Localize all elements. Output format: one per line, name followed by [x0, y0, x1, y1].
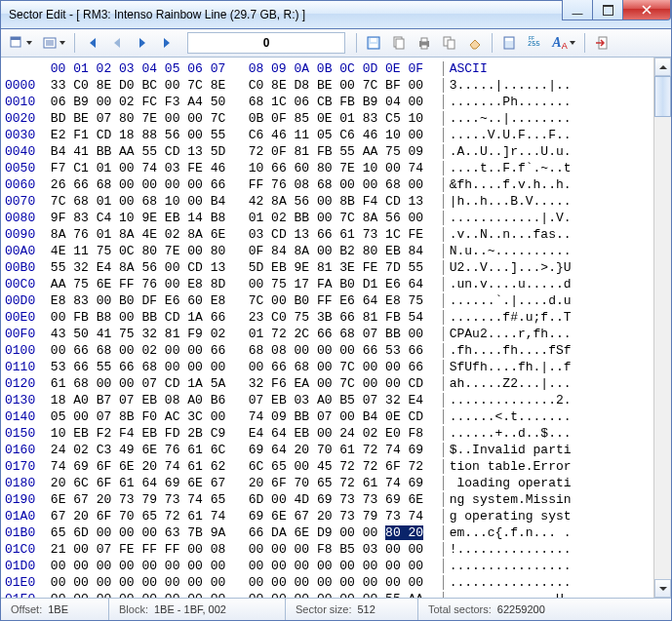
hex-bytes[interactable]: B4 41 BB AA 55 CD 13 5D [51, 144, 225, 159]
hex-bytes[interactable]: 33 C0 8E D0 BC 00 7C 8E [51, 78, 225, 93]
hex-bytes[interactable]: 00 00 00 00 00 00 00 00 [51, 575, 225, 590]
nav-prev-button[interactable] [105, 31, 129, 55]
sector-number-input[interactable] [188, 35, 344, 51]
encoding-button[interactable]: 255FF [523, 31, 546, 55]
hex-ascii[interactable]: ah.....Z2...|... [443, 376, 572, 391]
hex-bytes[interactable]: 55 32 E4 8A 56 00 CD 13 [51, 260, 225, 275]
titlebar[interactable]: Sector Edit - [ RM3: Intenso Rainbow Lin… [1, 1, 671, 29]
copy-sector-button[interactable] [438, 31, 461, 55]
hex-bytes[interactable]: 68 08 00 00 00 66 53 66 [249, 343, 423, 358]
hex-row[interactable]: 01E0 00 00 00 00 00 00 00 00 00 00 00 00… [5, 574, 667, 591]
hex-bytes[interactable]: 53 66 55 66 68 00 00 00 [51, 360, 225, 374]
hex-bytes[interactable]: 42 8A 56 00 8B F4 CD 13 [249, 194, 423, 209]
hex-ascii[interactable]: CPAu2....r,fh... [443, 327, 572, 341]
hex-bytes[interactable]: 67 20 6F 70 65 72 61 74 [51, 509, 225, 524]
hex-bytes[interactable]: 6E 67 20 73 79 73 74 65 [51, 492, 225, 507]
hex-row[interactable]: 0070 7C 68 01 00 68 10 00 B4 42 8A 56 00… [5, 193, 667, 210]
calculator-button[interactable] [497, 31, 521, 55]
hex-bytes[interactable]: 43 50 41 75 32 81 F9 02 [51, 327, 225, 341]
hex-view[interactable]: 00 01 02 03 04 05 06 07 08 09 0A 0B 0C 0… [1, 58, 671, 599]
hex-row[interactable]: 01D0 00 00 00 00 00 00 00 00 00 00 00 00… [5, 558, 667, 574]
hex-row[interactable]: 00B0 55 32 E4 8A 56 00 CD 13 5D EB 9E 81… [5, 259, 667, 276]
hex-bytes[interactable]: 05 00 07 8B F0 AC 3C 00 [51, 409, 225, 424]
hex-ascii[interactable]: .v..N..n...fas.. [443, 227, 572, 242]
hex-ascii[interactable]: g operating syst [443, 509, 572, 524]
hex-row[interactable]: 0050 F7 C1 01 00 74 03 FE 46 10 66 60 80… [5, 160, 667, 176]
nav-first-button[interactable] [80, 31, 103, 55]
hex-bytes[interactable]: 00 00 00 00 00 00 00 00 [51, 559, 225, 573]
close-button[interactable] [622, 0, 671, 20]
hex-row[interactable]: 00C0 AA 75 6E FF 76 00 E8 8D 00 75 17 FA… [5, 276, 667, 292]
hex-bytes[interactable]: 07 EB 03 A0 B5 07 32 E4 [249, 393, 423, 408]
hex-row[interactable]: 0030 E2 F1 CD 18 88 56 00 55 C6 46 11 05… [5, 127, 667, 143]
hex-ascii[interactable]: ................ [443, 559, 572, 573]
hex-bytes[interactable]: F7 C1 01 00 74 03 FE 46 [51, 161, 225, 175]
hex-bytes[interactable]: 21 00 07 FE FF FF 00 08 [51, 542, 225, 557]
save-button[interactable] [362, 31, 385, 55]
hex-row[interactable]: 0140 05 00 07 8B F0 AC 3C 00 74 09 BB 07… [5, 408, 667, 425]
hex-ascii[interactable]: 3.....|......|.. [443, 78, 572, 93]
hex-ascii[interactable]: |h..h...B.V..... [443, 194, 572, 209]
hex-bytes[interactable]: 4E 11 75 0C 80 7E 00 80 [51, 244, 225, 258]
maximize-button[interactable] [592, 0, 623, 20]
hex-bytes[interactable]: 32 F6 EA 00 7C 00 00 CD [249, 376, 423, 391]
hex-bytes[interactable]: 01 02 BB 00 7C 8A 56 00 [249, 211, 423, 225]
hex-bytes[interactable]: 20 6F 70 65 72 61 74 69 [249, 476, 423, 490]
hex-row[interactable]: 0150 10 EB F2 F4 EB FD 2B C9 E4 64 EB 00… [5, 425, 667, 442]
hex-row[interactable]: 01F0 00 00 00 00 00 00 00 00 00 00 00 00… [5, 591, 667, 599]
hex-ascii[interactable]: ....~..|........ [443, 111, 572, 126]
hex-bytes[interactable]: 26 66 68 00 00 00 00 66 [51, 177, 225, 192]
hex-ascii[interactable]: N.u..~.......... [443, 244, 572, 258]
hex-bytes[interactable]: 24 02 C3 49 6E 76 61 6C [51, 443, 225, 457]
hex-row[interactable]: 0160 24 02 C3 49 6E 76 61 6C 69 64 20 70… [5, 442, 667, 458]
hex-ascii[interactable]: U2..V...]...>.}U [443, 260, 572, 275]
print-button[interactable] [413, 31, 436, 55]
hex-bytes[interactable]: 00 75 17 FA B0 D1 E6 64 [249, 277, 423, 291]
hex-ascii[interactable]: $..Invalid parti [443, 443, 572, 457]
hex-bytes[interactable]: E8 83 00 B0 DF E6 60 E8 [51, 293, 225, 308]
hex-ascii[interactable]: &fh....f.v.h..h. [443, 177, 572, 192]
hex-row[interactable]: 0020 BD BE 07 80 7E 00 00 7C 0B 0F 85 0E… [5, 110, 667, 127]
hex-bytes[interactable]: 74 09 BB 07 00 B4 0E CD [249, 409, 423, 424]
hex-bytes[interactable]: 00 00 00 00 00 00 00 00 [249, 559, 423, 573]
hex-row[interactable]: 0060 26 66 68 00 00 00 00 66 FF 76 08 68… [5, 176, 667, 193]
hex-ascii[interactable]: loading operati [443, 476, 572, 490]
scroll-track[interactable] [654, 117, 671, 579]
hex-bytes[interactable]: 00 00 00 00 00 00 00 00 [249, 575, 423, 590]
hex-ascii[interactable]: .fh....fh....fSf [443, 343, 572, 358]
hex-ascii[interactable]: ......<.t....... [443, 409, 572, 424]
hex-ascii[interactable]: .un.v....u.....d [443, 277, 572, 291]
font-dropdown-button[interactable]: AA [548, 31, 579, 55]
hex-row[interactable]: 01B0 65 6D 00 00 00 63 7B 9A 66 DA 6E D9… [5, 524, 667, 541]
hex-ascii[interactable]: tion table.Error [443, 459, 572, 474]
hex-bytes[interactable]: 20 6C 6F 61 64 69 6E 67 [51, 476, 225, 490]
copy-button[interactable] [387, 31, 411, 55]
view-dropdown-button[interactable] [5, 31, 36, 55]
hex-bytes[interactable]: 00 00 00 00 00 00 00 00 [51, 592, 225, 599]
hex-bytes[interactable]: 9F 83 C4 10 9E EB 14 B8 [51, 211, 225, 225]
hex-row[interactable]: 01A0 67 20 6F 70 65 72 61 74 69 6E 67 20… [5, 508, 667, 524]
hex-ascii[interactable]: ..............U. [443, 592, 572, 599]
hex-ascii[interactable]: .A..U..]r...U.u. [443, 144, 572, 159]
exit-button[interactable] [590, 31, 613, 55]
hex-bytes[interactable]: 69 64 20 70 61 72 74 69 [249, 443, 423, 457]
hex-row[interactable]: 00A0 4E 11 75 0C 80 7E 00 80 0F 84 8A 00… [5, 243, 667, 259]
hex-row[interactable]: 0120 61 68 00 00 07 CD 1A 5A 32 F6 EA 00… [5, 375, 667, 392]
hex-bytes[interactable]: E2 F1 CD 18 88 56 00 55 [51, 128, 225, 142]
hex-row[interactable]: 0110 53 66 55 66 68 00 00 00 00 66 68 00… [5, 359, 667, 375]
hex-bytes[interactable]: 06 B9 00 02 FC F3 A4 50 [51, 95, 225, 109]
hex-bytes[interactable]: 72 0F 81 FB 55 AA 75 09 [249, 144, 423, 159]
scroll-thumb[interactable] [654, 76, 671, 117]
hex-bytes[interactable]: 00 00 00 F8 B5 03 00 00 [249, 542, 423, 557]
hex-ascii[interactable]: ............|.V. [443, 211, 572, 225]
nav-last-button[interactable] [156, 31, 179, 55]
hex-bytes[interactable]: 10 EB F2 F4 EB FD 2B C9 [51, 426, 225, 441]
hex-bytes[interactable]: 65 6D 00 00 00 63 7B 9A [51, 525, 225, 540]
scroll-down-button[interactable] [654, 579, 671, 598]
vertical-scrollbar[interactable] [653, 58, 671, 598]
hex-row[interactable]: 0000 33 C0 8E D0 BC 00 7C 8E C0 8E D8 BE… [5, 77, 667, 94]
hex-row[interactable]: 0100 00 66 68 00 02 00 00 66 68 08 00 00… [5, 342, 667, 359]
hex-bytes[interactable]: 03 CD 13 66 61 73 1C FE [249, 227, 423, 242]
hex-bytes[interactable]: 00 66 68 00 02 00 00 66 [51, 343, 225, 358]
hex-row[interactable]: 0040 B4 41 BB AA 55 CD 13 5D 72 0F 81 FB… [5, 143, 667, 160]
